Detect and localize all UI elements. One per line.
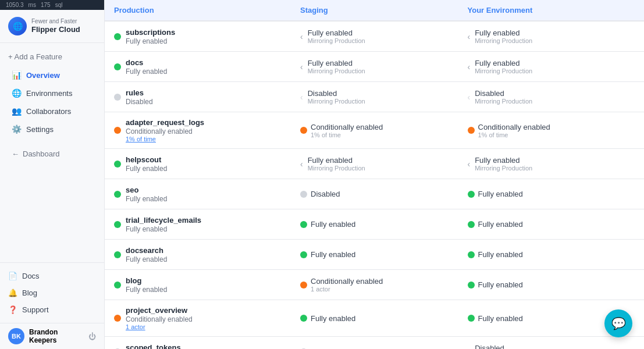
features-table: subscriptions Fully enabled ‹ Fully enab… (105, 22, 644, 349)
docs-link[interactable]: 📄 Docs (0, 268, 104, 284)
table-row[interactable]: trial_lifecycle_emails Fully enabled Ful… (105, 209, 644, 240)
avatar: BK (8, 328, 24, 344)
feature-cell: project_overview Conditionally enabled 1… (114, 306, 300, 330)
status-dot-green (114, 33, 121, 40)
mirror-chevron-icon: ‹ (300, 159, 303, 169)
status-dot-green (114, 161, 121, 168)
env-cell: Fully enabled (468, 190, 635, 198)
status-dot-green (300, 251, 307, 258)
feature-prod-status: Fully enabled (126, 37, 175, 45)
env-sub: Mirroring Production (475, 37, 532, 44)
status-dot-orange (114, 127, 121, 134)
status-dot-orange (300, 282, 307, 289)
overview-icon: 📊 (12, 70, 22, 80)
env-cell: Fully enabled (468, 280, 635, 289)
add-feature-label: + Add a Feature (8, 52, 62, 61)
logo-icon: 🌐 (8, 17, 27, 35)
feature-cell: seo Fully enabled (114, 186, 300, 203)
staging-status: Fully enabled (311, 250, 355, 259)
user-name: Brandon Keepers (29, 328, 84, 344)
feature-cell: blog Fully enabled (114, 276, 300, 294)
env-status: Fully enabled (478, 314, 523, 323)
env-sub: Mirroring Production (475, 98, 532, 105)
feature-sub-status: 1% of time (126, 136, 204, 143)
staging-status: Fully enabled (311, 220, 355, 229)
env-status: Fully enabled (475, 156, 532, 165)
table-row[interactable]: helpscout Fully enabled ‹ Fully enabled … (105, 149, 644, 179)
table-row[interactable]: rules Disabled ‹ Disabled Mirroring Prod… (105, 82, 644, 112)
power-icon[interactable]: ⏻ (88, 332, 96, 341)
table-row[interactable]: subscriptions Fully enabled ‹ Fully enab… (105, 22, 644, 52)
feature-prod-status: Conditionally enabled (126, 315, 193, 323)
main-content: Production Staging Your Environment subs… (105, 0, 644, 349)
back-arrow-icon: ← (12, 149, 19, 158)
blog-icon: 🔔 (8, 289, 17, 297)
env-sub: Mirroring Production (475, 165, 532, 172)
feature-cell: rules Disabled (114, 88, 300, 106)
back-to-dashboard[interactable]: ← Dashboard (3, 145, 101, 162)
env-cell: ‹ Fully enabled Mirroring Production (468, 59, 635, 74)
sidebar-item-collaborators[interactable]: 👥 Collaborators (3, 102, 101, 120)
feature-prod-status: Fully enabled (126, 225, 201, 233)
sidebar-item-overview[interactable]: 📊 Overview (3, 66, 101, 84)
mirror-chevron-icon: ‹ (300, 62, 303, 72)
support-icon: ❓ (8, 305, 17, 314)
logo-text: Fewer and Faster Flipper Cloud (31, 17, 80, 35)
logo-brand: Flipper Cloud (31, 25, 80, 35)
feature-cell: scoped_tokens Disabled (114, 343, 300, 350)
status-dot-gray (114, 94, 121, 101)
sidebar-footer: 📄 Docs 🔔 Blog ❓ Support (0, 262, 104, 323)
sidebar-item-environments[interactable]: 🌐 Environments (3, 84, 101, 102)
table-row[interactable]: scoped_tokens Disabled Disabled ‹ Disabl… (105, 337, 644, 349)
env-cell: ‹ Disabled Mirroring Production (468, 344, 635, 349)
mirror-chevron-gray-icon: ‹ (300, 92, 303, 102)
env-status: Fully enabled (478, 280, 523, 289)
table-row[interactable]: blog Fully enabled Conditionally enabled… (105, 270, 644, 300)
sidebar-item-label: Overview (26, 71, 60, 80)
back-label: Dashboard (23, 149, 60, 158)
environments-icon: 🌐 (12, 88, 22, 98)
feature-prod-status: Fully enabled (126, 67, 167, 76)
env-status: Disabled (475, 344, 532, 349)
env-cell: ‹ Disabled Mirroring Production (468, 89, 635, 105)
status-dot-green (114, 251, 121, 258)
add-feature-button[interactable]: + Add a Feature (0, 48, 104, 66)
user-section: BK Brandon Keepers ⏻ (0, 323, 104, 349)
collaborators-icon: 👥 (12, 106, 22, 116)
feature-cell: docs Fully enabled (114, 58, 300, 76)
staging-status: Fully enabled (308, 59, 365, 67)
req-label: sql (55, 2, 63, 8)
table-row[interactable]: project_overview Conditionally enabled 1… (105, 300, 644, 337)
sidebar-item-settings[interactable]: ⚙️ Settings (3, 120, 101, 138)
staging-status: Fully enabled (308, 29, 365, 37)
table-row[interactable]: seo Fully enabled Disabled Fully enabled (105, 179, 644, 209)
status-dot-orange (468, 127, 475, 134)
staging-status: Disabled (311, 190, 340, 198)
staging-cell: Fully enabled (300, 314, 468, 323)
staging-status: Conditionally enabled (311, 277, 383, 286)
col-your-environment: Your Environment (468, 6, 635, 15)
env-cell: ‹ Fully enabled Mirroring Production (468, 29, 635, 44)
env-sub: 1% of time (478, 131, 550, 138)
table-header: Production Staging Your Environment (105, 0, 644, 22)
env-sub: Mirroring Production (475, 67, 532, 74)
mirror-chevron-icon: ‹ (468, 159, 471, 169)
blog-link[interactable]: 🔔 Blog (0, 284, 104, 301)
settings-icon: ⚙️ (12, 124, 22, 134)
feature-prod-status: Fully enabled (126, 255, 167, 263)
env-cell: ‹ Fully enabled Mirroring Production (468, 156, 635, 172)
status-dot-green (114, 191, 121, 198)
feature-cell: trial_lifecycle_emails Fully enabled (114, 216, 300, 233)
table-row[interactable]: docsearch Fully enabled Fully enabled Fu… (105, 240, 644, 270)
table-row[interactable]: docs Fully enabled ‹ Fully enabled Mirro… (105, 52, 644, 82)
status-dot-gray (300, 191, 307, 198)
chat-button[interactable]: 💬 (604, 309, 632, 337)
env-cell: Fully enabled (468, 220, 635, 229)
env-status: Fully enabled (475, 29, 532, 37)
staging-sub: 1% of time (311, 131, 383, 138)
staging-cell: Fully enabled (300, 220, 468, 229)
table-row[interactable]: adapter_request_logs Conditionally enabl… (105, 112, 644, 149)
staging-cell: ‹ Disabled Mirroring Production (300, 89, 468, 105)
support-link[interactable]: ❓ Support (0, 301, 104, 318)
feature-name: trial_lifecycle_emails (126, 216, 201, 225)
